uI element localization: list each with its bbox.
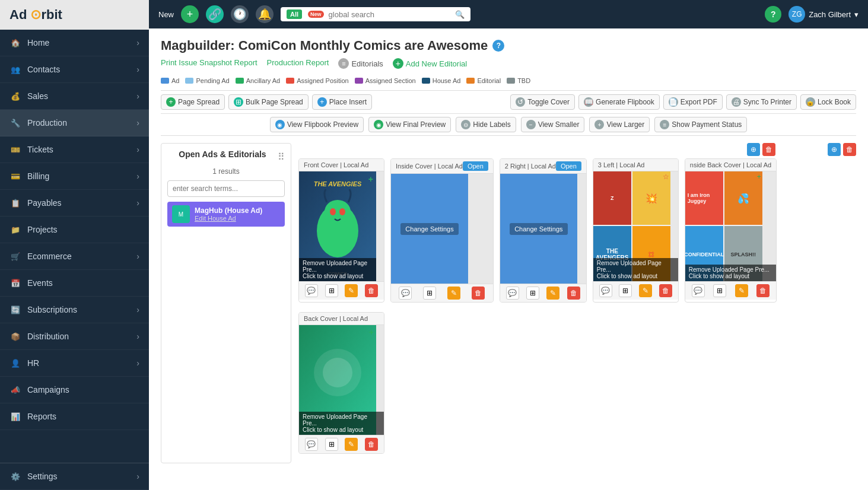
search-input[interactable]	[329, 10, 450, 19]
3left-overlay[interactable]: Remove Uploaded Page Pre... Click to sho…	[593, 258, 678, 281]
comment-icon[interactable]: 💬	[506, 287, 519, 300]
place-insert-button[interactable]: + Place Insert	[312, 94, 372, 110]
delete-icon[interactable]: 🗑	[365, 284, 378, 297]
sidebar-item-ecommerce[interactable]: 🛒 Ecommerce ›	[0, 243, 149, 270]
view-larger-button[interactable]: + View Larger	[589, 117, 650, 132]
change-settings-button[interactable]: Change Settings	[510, 223, 567, 235]
toggle-cover-button[interactable]: ↺ Toggle Cover	[510, 94, 575, 110]
sidebar-item-contacts[interactable]: 👥 Contacts ›	[0, 56, 149, 83]
row1-actions: ⊕ 🗑 ⊕ 🗑	[298, 143, 856, 156]
comment-icon[interactable]: 💬	[399, 287, 412, 300]
notifications-button[interactable]: 🔔	[256, 5, 274, 23]
legend: Ad Pending Ad Ancillary Ad Assigned Posi…	[161, 77, 856, 84]
sidebar-item-hr[interactable]: 👤 HR ›	[0, 350, 149, 377]
delete-icon[interactable]: 🗑	[567, 287, 580, 300]
sidebar-item-events[interactable]: 📅 Events	[0, 270, 149, 297]
add-new-button[interactable]: +	[181, 5, 199, 23]
inside-back-overlay[interactable]: Remove Uploaded Page Pre... Click to sho…	[685, 265, 776, 281]
view-flipbook-preview-button[interactable]: ◉ View Flipbook Preview	[270, 117, 364, 132]
expand-icon[interactable]: ⊞	[526, 287, 539, 300]
delete-icon[interactable]: 🗑	[659, 284, 672, 297]
page-help-icon[interactable]: ?	[492, 40, 504, 52]
edit-icon[interactable]: ✎	[639, 284, 652, 297]
generate-flipbook-button[interactable]: 📖 Generate Flipbook	[578, 94, 660, 110]
breadcrumb-print-issue[interactable]: Print Issue Snapshot Report	[161, 58, 257, 69]
front-cover-overlay[interactable]: Remove Uploaded Page Pre... Click to sho…	[299, 258, 376, 281]
editorial-list-item[interactable]: M MagHub (House Ad) Edit House Ad	[167, 202, 285, 227]
toolbar-row2: ◉ View Flipbook Preview ◉ View Final Pre…	[161, 114, 856, 136]
editorial-search-input[interactable]	[167, 180, 285, 197]
page-card-3-left: 3 Left | Local Ad ☆ Z 💥 THE AVENGERS 💢	[593, 158, 679, 303]
open-button[interactable]: Open	[556, 161, 581, 171]
payables-icon: 📋	[9, 197, 21, 209]
reports-icon: 📊	[9, 411, 21, 422]
generate-flipbook-icon: 📖	[584, 97, 593, 107]
editorials-toggle[interactable]: ≡ Editorials	[338, 58, 383, 69]
history-button[interactable]: 🕐	[231, 5, 249, 23]
legend-ancillary-ad: Ancillary Ad	[236, 77, 280, 84]
page-card-footer: 💬 ⊞ ✎ 🗑	[593, 281, 678, 300]
sidebar-item-payables[interactable]: 📋 Payables ›	[0, 190, 149, 217]
edit-icon[interactable]: ✎	[735, 284, 748, 297]
sidebar-item-sales[interactable]: 💰 Sales ›	[0, 83, 149, 110]
delete-icon[interactable]: 🗑	[365, 438, 378, 451]
view-smaller-button[interactable]: − View Smaller	[521, 117, 585, 132]
2right-image: Change Settings	[500, 174, 577, 284]
export-pdf-icon: 📄	[669, 97, 678, 107]
show-payment-status-button[interactable]: ≡ Show Payment Status	[654, 117, 747, 132]
breadcrumb-production-report[interactable]: Production Report	[267, 58, 329, 69]
edit-icon[interactable]: ✎	[345, 284, 358, 297]
svg-point-5	[339, 208, 345, 215]
page-card-footer: 💬 ⊞ ✎ 🗑	[500, 284, 586, 302]
change-settings-button[interactable]: Change Settings	[400, 223, 458, 235]
sidebar-item-projects[interactable]: 📁 Projects	[0, 217, 149, 243]
svg-point-4	[330, 208, 336, 215]
row1-settings-icon[interactable]: ⊕	[747, 143, 760, 156]
sidebar-item-subscriptions[interactable]: 🔄 Subscriptions ›	[0, 297, 149, 323]
edit-icon[interactable]: ✎	[546, 287, 559, 300]
sidebar-item-label: Events	[27, 278, 53, 288]
comment-icon[interactable]: 💬	[599, 284, 612, 297]
row1b-settings-icon[interactable]: ⊕	[828, 143, 841, 156]
back-cover-overlay[interactable]: Remove Uploaded Page Pre... Click to sho…	[299, 412, 384, 435]
delete-icon[interactable]: 🗑	[472, 287, 485, 300]
comment-icon[interactable]: 💬	[305, 438, 318, 451]
link-button[interactable]: 🔗	[206, 5, 224, 23]
row1-delete-icon[interactable]: 🗑	[762, 143, 775, 156]
sidebar-item-tickets[interactable]: 🎫 Tickets ›	[0, 136, 149, 163]
help-button[interactable]: ?	[765, 6, 781, 23]
sidebar-item-billing[interactable]: 💳 Billing ›	[0, 163, 149, 190]
expand-icon[interactable]: ⊞	[423, 287, 436, 300]
svg-point-9	[323, 358, 352, 387]
sidebar-item-settings[interactable]: ⚙️ Settings ›	[0, 463, 149, 490]
sync-printer-button[interactable]: 🖨 Sync To Printer	[726, 94, 797, 110]
expand-icon[interactable]: ⊞	[325, 284, 338, 297]
lock-book-button[interactable]: 🔒 Lock Book	[800, 94, 856, 110]
expand-icon[interactable]: ⊞	[713, 284, 726, 297]
view-final-preview-button[interactable]: ◉ View Final Preview	[368, 117, 451, 132]
comment-icon[interactable]: 💬	[305, 284, 318, 297]
user-menu[interactable]: ZG Zach Gilbert ▾	[788, 6, 859, 23]
add-editorial-btn[interactable]: + Add New Editorial	[393, 58, 467, 69]
sidebar-item-distribution[interactable]: 📦 Distribution ›	[0, 323, 149, 350]
expand-icon[interactable]: ⊞	[325, 438, 338, 451]
expand-icon[interactable]: ⊞	[619, 284, 632, 297]
comment-icon[interactable]: 💬	[692, 284, 705, 297]
campaigns-icon: 📣	[9, 384, 21, 396]
row1b-delete-icon[interactable]: 🗑	[843, 143, 856, 156]
page-spread-button[interactable]: + Page Spread	[161, 94, 225, 110]
toolbar-row1: + Page Spread ⊞ Bulk Page Spread + Place…	[161, 90, 856, 114]
edit-icon[interactable]: ✎	[447, 287, 460, 300]
contacts-icon: 👥	[9, 63, 21, 75]
sidebar-item-home[interactable]: 🏠 Home ›	[0, 30, 149, 56]
edit-icon[interactable]: ✎	[345, 438, 358, 451]
hide-labels-button[interactable]: ⊖ Hide Labels	[456, 117, 516, 132]
bulk-page-spread-button[interactable]: ⊞ Bulk Page Spread	[228, 94, 309, 110]
sidebar-item-campaigns[interactable]: 📣 Campaigns	[0, 377, 149, 403]
delete-icon[interactable]: 🗑	[756, 284, 770, 297]
sidebar-item-reports[interactable]: 📊 Reports	[0, 403, 149, 430]
sidebar-item-production[interactable]: 🔧 Production ›	[0, 110, 149, 136]
export-pdf-button[interactable]: 📄 Export PDF	[663, 94, 723, 110]
open-button[interactable]: Open	[463, 161, 488, 171]
page-spread-icon: +	[166, 97, 176, 107]
